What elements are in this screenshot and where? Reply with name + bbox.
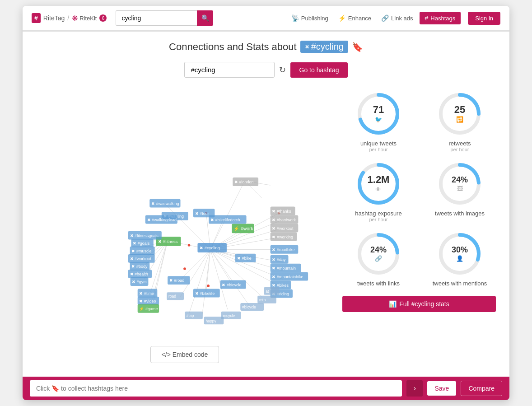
node-time: ✖ #time xyxy=(138,289,158,298)
svg-text:✖ #workout: ✖ #workout xyxy=(272,226,294,231)
stat-icon-mentions: 👤 xyxy=(452,255,468,262)
stat-icon-links: 🔗 xyxy=(370,255,387,262)
node-bottom4: recycle xyxy=(221,312,241,319)
node-health: ✖ #health xyxy=(128,270,152,278)
stat-value-mentions: 30% xyxy=(452,246,468,254)
svg-text:#bicycle: #bicycle xyxy=(242,305,256,309)
goto-button[interactable]: Go to hashtag xyxy=(290,62,348,78)
svg-text:✖ #tour: ✖ #tour xyxy=(195,211,209,216)
svg-text:✖ #roadbike: ✖ #roadbike xyxy=(272,247,294,252)
svg-text:✖ #road: ✖ #road xyxy=(169,278,185,283)
svg-text:#trip: #trip xyxy=(187,313,194,318)
node-game: ⚡ #game xyxy=(138,304,159,313)
nav-link-ads[interactable]: 🔗 Link ads xyxy=(378,13,416,23)
stat-value-exposure: 1.2M xyxy=(368,175,390,185)
stat-exposure: 1.2M 👁 hashtag exposure per hour xyxy=(342,161,415,222)
svg-text:✖ #day: ✖ #day xyxy=(272,257,286,262)
svg-text:happy: happy xyxy=(205,319,216,323)
stat-label-retweets: retweets xyxy=(448,140,471,147)
node-bottom2: #trip xyxy=(185,312,203,319)
node-day: ✖ #day xyxy=(271,255,289,264)
node-cycling: ✖ #cycling xyxy=(197,243,226,252)
stat-icon-retweets: 🔁 xyxy=(454,116,465,123)
node-bottom7: at xyxy=(264,287,279,295)
embed-code-button[interactable]: </> Embed code xyxy=(150,346,219,363)
stat-circle-retweets: 25 🔁 xyxy=(437,91,482,136)
ritekit-label: RiteKit xyxy=(79,15,97,22)
bookmark-icon[interactable]: 🔖 xyxy=(352,42,363,52)
node-workout-l: ✖ #workout xyxy=(128,254,155,263)
svg-text:✖ #bikes: ✖ #bikes xyxy=(272,283,289,288)
node-fitnessgoals: ✖ #fitnessgoals xyxy=(128,231,162,240)
stat-images: 24% 🖼 tweets with images xyxy=(424,161,496,222)
node-mountain: ✖ #mountain xyxy=(271,264,301,272)
hashtag-badge-icon: ✖ xyxy=(305,44,309,50)
svg-text:✖ #bikelife: ✖ #bikelife xyxy=(195,291,215,296)
svg-point-41 xyxy=(183,267,186,270)
node-goals: ✖ #goals xyxy=(131,239,153,247)
svg-text:✖ #waswalking: ✖ #waswalking xyxy=(151,201,179,206)
content-area: ✖ #cycling ✖ #fitness ⚡ #work xyxy=(36,87,496,377)
svg-text:✖ #fitnessgoals: ✖ #fitnessgoals xyxy=(130,233,159,238)
node-london: ✖ #london xyxy=(233,177,258,186)
link-ads-icon: 🔗 xyxy=(381,14,389,22)
stat-sublabel-retweets: per hour xyxy=(451,147,469,152)
footer-collect-input[interactable] xyxy=(30,380,402,397)
nav-publishing[interactable]: 📡 Publishing xyxy=(288,13,332,23)
node-bicycle: ✖ #bicycle xyxy=(220,280,246,289)
stat-sublabel-exposure: per hour xyxy=(369,217,388,222)
full-stats-button[interactable]: 📊 Full #cycling stats xyxy=(342,296,496,312)
node-waswalking: ✖ #waswalking xyxy=(149,199,180,207)
slash-divider: / xyxy=(67,14,69,22)
svg-text:✖ #fitness: ✖ #fitness xyxy=(158,239,178,244)
footer-save-button[interactable]: Save xyxy=(427,381,456,396)
enhance-label: Enhance xyxy=(348,15,371,22)
svg-text:✖ #london: ✖ #london xyxy=(234,180,254,184)
footer-compare-button[interactable]: Compare xyxy=(461,381,502,396)
svg-text:✖ #mountain: ✖ #mountain xyxy=(272,266,296,271)
stat-icon-exposure: 👁 xyxy=(368,186,390,193)
graph-area: ✖ #cycling ✖ #fitness ⚡ #work xyxy=(36,87,333,377)
stats-grid: 71 🐦 unique tweets per hour xyxy=(342,91,496,287)
nav-hashtags[interactable]: # Hashtags xyxy=(420,12,461,24)
node-bottom1: road xyxy=(167,292,184,300)
node-roadbike: ✖ #roadbike xyxy=(271,245,299,254)
search-button[interactable]: 🔍 xyxy=(197,10,213,26)
stat-label-links: tweets with links xyxy=(357,280,400,287)
node-walkingdead: ✖ #walkingdead xyxy=(145,215,177,224)
svg-text:✖ #working: ✖ #working xyxy=(272,235,293,239)
signin-button[interactable]: Sign in xyxy=(468,12,500,25)
stat-value-unique-tweets: 71 xyxy=(373,105,384,115)
svg-text:✖ #time: ✖ #time xyxy=(139,291,154,296)
stat-label-exposure: hashtag exposure xyxy=(355,210,401,217)
node-thanks: ✖ #thanks xyxy=(271,207,295,215)
full-stats-label: Full #cycling stats xyxy=(399,300,449,308)
svg-text:✖ #walkingdead: ✖ #walkingdead xyxy=(147,218,177,222)
node-bottom3: happy xyxy=(204,317,224,324)
stat-value-retweets: 25 xyxy=(454,105,465,115)
stat-icon-unique-tweets: 🐦 xyxy=(373,116,384,123)
search-input[interactable] xyxy=(116,10,197,26)
node-mountainbike: ✖ #mountainbike xyxy=(271,272,308,281)
svg-text:✖ #bicycle: ✖ #bicycle xyxy=(222,283,242,287)
hashtag-input[interactable] xyxy=(184,62,275,78)
node-muscle: ✖ #muscle xyxy=(130,247,155,255)
hashtag-search-row: ↻ Go to hashtag xyxy=(36,62,496,78)
link-ads-label: Link ads xyxy=(391,15,413,22)
refresh-button[interactable]: ↻ xyxy=(279,65,286,75)
node-bike: ✖ #bike xyxy=(235,254,256,262)
hashtags-icon: # xyxy=(425,14,429,22)
ritekit-icon: ❋ xyxy=(72,14,78,23)
node-bikelife: ✖ #bikelife xyxy=(193,289,220,298)
node-body: ✖ #body xyxy=(130,262,150,271)
svg-text:✖ #health: ✖ #health xyxy=(130,272,148,276)
footer-arrow-button[interactable]: › xyxy=(406,380,423,397)
search-area: 🔍 xyxy=(116,10,213,26)
svg-line-33 xyxy=(202,249,210,318)
svg-text:✖ #bikelifedotch: ✖ #bikelifedotch xyxy=(210,218,240,222)
nav-enhance[interactable]: ⚡ Enhance xyxy=(335,13,375,23)
stat-label-mentions: tweets with mentions xyxy=(433,280,487,287)
stat-unique-tweets: 71 🐦 unique tweets per hour xyxy=(342,91,415,152)
stats-panel: 71 🐦 unique tweets per hour xyxy=(342,87,496,377)
title-pre: Connections and Stats about xyxy=(169,41,297,53)
